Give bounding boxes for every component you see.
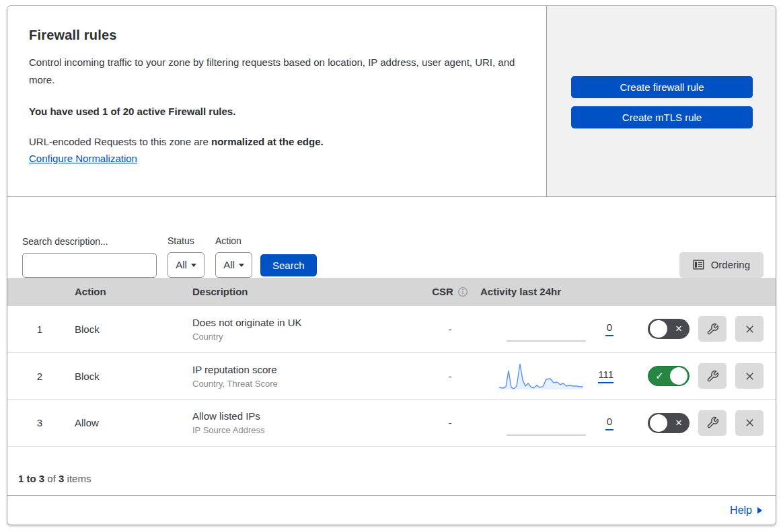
rule-fields: Country [192,332,412,342]
toggle-knob [650,414,667,432]
close-icon [743,323,756,336]
chevron-down-icon [191,264,196,267]
create-mtls-rule-button[interactable]: Create mTLS rule [571,106,753,128]
rule-activity-cell: 0 [472,315,634,342]
rule-csr: - [412,417,472,428]
page-description: Control incoming traffic to your zone by… [29,54,520,89]
normalization-bold: normalized at the edge. [211,136,324,147]
rule-csr: - [412,324,472,335]
rule-fields: IP Source Address [192,425,412,435]
activity-sparkline [507,410,591,436]
ordering-button[interactable]: Ordering [679,252,764,278]
search-button[interactable]: Search [260,254,317,276]
rule-activity-cell: 0 [472,410,634,436]
rule-controls: ✓ × [634,363,776,389]
action-filter-group: Action All [215,235,252,278]
header-csr-label: CSR [432,286,453,297]
search-group: Search description... [22,236,157,278]
action-dropdown[interactable]: All [215,252,252,278]
toggle-x-icon: × [675,323,682,334]
edit-rule-button[interactable] [698,316,727,342]
header-description: Description [190,286,412,297]
normalization-note: URL-encoded Requests to this zone are no… [29,136,525,147]
wrench-icon [706,370,719,383]
header-activity: Activity last 24hr [472,286,634,297]
header-csr: CSR [412,286,472,297]
search-box[interactable] [22,253,157,278]
help-bar: Help [7,495,776,525]
ordering-list-icon [693,259,704,270]
rule-controls: ✓ × [634,316,776,342]
create-firewall-rule-button[interactable]: Create firewall rule [571,76,753,98]
help-arrow-icon [757,507,762,514]
activity-sparkline [499,363,583,389]
edit-rule-button[interactable] [698,363,727,389]
usage-summary: You have used 1 of 20 active Firewall ru… [29,106,525,117]
help-link[interactable]: Help [730,504,752,517]
configure-normalization-link[interactable]: Configure Normalization [29,153,137,164]
actions-aside: Create firewall rule Create mTLS rule [547,6,776,196]
rule-action: Allow [72,417,190,428]
info-icon[interactable] [457,287,468,297]
pagination-summary: 1 to 3 of 3 items [7,447,776,495]
rule-enabled-toggle[interactable]: ✓ × [648,319,690,339]
action-dropdown-value: All [223,259,235,270]
status-dropdown[interactable]: All [168,252,204,278]
status-dropdown-value: All [176,259,187,270]
rule-description-cell: IP reputation score Country, Threat Scor… [190,364,412,389]
rule-description-cell: Does not originate in UK Country [190,317,412,342]
firewall-rules-panel: Firewall rules Control incoming traffic … [7,5,776,525]
table-row: 3 Allow Allow listed IPs IP Source Addre… [7,400,776,447]
status-filter-group: Status All [168,235,204,278]
close-icon [743,416,756,429]
delete-rule-button[interactable] [735,363,764,389]
ordering-button-label: Ordering [711,259,750,270]
rule-title: IP reputation score [192,364,412,375]
chevron-down-icon [239,264,244,267]
rule-activity-cell: 111 [472,363,634,389]
rule-priority: 1 [7,324,72,335]
toggle-x-icon: × [675,417,682,428]
rule-title: Allow listed IPs [192,410,412,422]
wrench-icon [706,323,719,336]
rule-priority: 3 [7,417,72,428]
filter-bar: Search description... Status All Action … [7,197,776,278]
activity-count-link[interactable]: 0 [605,416,613,430]
activity-sparkline [507,315,591,342]
toggle-knob [670,367,687,385]
edit-rule-button[interactable] [698,410,727,436]
wrench-icon [706,416,719,429]
rule-action: Block [72,371,190,382]
rule-action: Block [72,324,190,335]
table-row: 2 Block IP reputation score Country, Thr… [7,353,776,400]
toggle-knob [650,320,667,338]
close-icon [743,370,756,383]
rule-csr: - [412,371,472,382]
activity-count-link[interactable]: 111 [598,369,613,383]
delete-rule-button[interactable] [735,316,764,342]
search-input[interactable] [32,260,154,270]
activity-count-link[interactable]: 0 [605,321,613,336]
rule-title: Does not originate in UK [192,317,412,328]
normalization-prefix: URL-encoded Requests to this zone are [29,136,211,147]
search-label: Search description... [22,236,157,247]
rule-fields: Country, Threat Score [192,379,412,389]
rule-enabled-toggle[interactable]: ✓ × [648,366,690,386]
header-action: Action [72,286,190,297]
pagination-of: of [44,473,59,484]
pagination-items: items [64,473,91,484]
action-label: Action [215,235,252,246]
rule-priority: 2 [7,371,72,382]
page-title: Firewall rules [29,28,525,43]
rule-enabled-toggle[interactable]: ✓ × [648,413,690,433]
toggle-check-icon: ✓ [655,371,664,381]
table-header: Action Description CSR Activity last 24h… [7,278,776,306]
pagination-range: 1 to 3 [18,473,44,484]
header-section: Firewall rules Control incoming traffic … [7,6,776,197]
table-row: 1 Block Does not originate in UK Country… [7,306,776,353]
intro-block: Firewall rules Control incoming traffic … [7,6,547,196]
rule-controls: ✓ × [634,410,776,436]
delete-rule-button[interactable] [735,410,764,436]
rule-description-cell: Allow listed IPs IP Source Address [190,410,412,435]
status-label: Status [168,235,204,246]
